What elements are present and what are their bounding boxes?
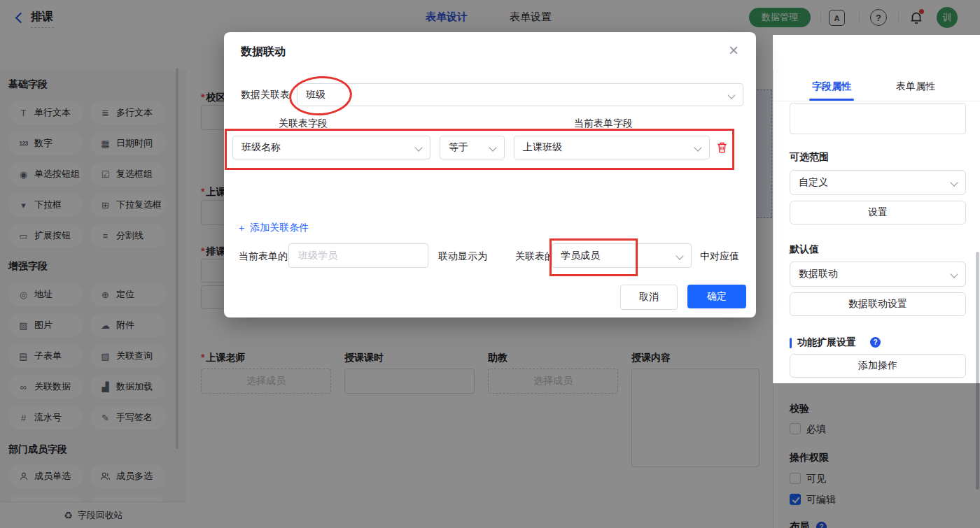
add-action-button[interactable]: 添加操作: [790, 354, 966, 378]
display-as-label: 联动显示为: [438, 250, 487, 263]
chevron-down-icon: [676, 252, 683, 259]
panel-scrolled-input[interactable]: [790, 103, 966, 134]
current-form-field-input[interactable]: 班级学员: [288, 243, 428, 268]
modal-dim-overlay: [773, 383, 980, 528]
chevron-down-icon: [950, 178, 958, 186]
panel-divider: [774, 101, 980, 101]
extension-settings-title: 功能扩展设置: [797, 336, 856, 349]
add-condition-link[interactable]: + 添加关联条件: [239, 222, 309, 234]
section-accent-bar: [790, 338, 792, 348]
modal-dim-overlay: [0, 0, 980, 35]
close-icon[interactable]: ×: [724, 41, 743, 60]
extension-help-icon[interactable]: ?: [870, 337, 881, 348]
modal-title: 数据联动: [241, 45, 286, 59]
annotation-rect-related-field: [550, 238, 638, 276]
corresponding-value-label: 中对应值: [700, 250, 739, 263]
current-form-label: 当前表单的: [239, 250, 288, 263]
annotation-rect-condition-row: [225, 129, 734, 170]
chevron-down-icon: [950, 270, 958, 278]
optional-range-label: 可选范围: [790, 151, 829, 164]
range-settings-button[interactable]: 设置: [790, 201, 966, 224]
data-linkage-modal: [224, 32, 756, 317]
relation-table-label: 数据关联表: [241, 89, 290, 101]
data-linkage-settings-button[interactable]: 数据联动设置: [790, 292, 966, 316]
relation-table-select[interactable]: 班级: [297, 83, 743, 106]
tab-field-properties[interactable]: 字段属性: [812, 80, 851, 93]
related-table-label: 关联表的: [515, 250, 554, 263]
plus-icon: +: [239, 222, 244, 234]
confirm-button[interactable]: 确定: [687, 285, 746, 308]
chevron-down-icon: [727, 91, 735, 99]
default-value-select[interactable]: 数据联动: [790, 262, 966, 287]
default-value-label: 默认值: [790, 243, 819, 256]
app-root: 排课 表单设计 表单设置 数据管理 A ? 训 ⊘ 表单外链 ▤ 后端脚本 ▥ …: [0, 0, 980, 528]
cancel-button[interactable]: 取消: [620, 285, 678, 310]
optional-range-select[interactable]: 自定义: [790, 170, 966, 195]
tab-form-properties[interactable]: 表单属性: [896, 80, 935, 93]
